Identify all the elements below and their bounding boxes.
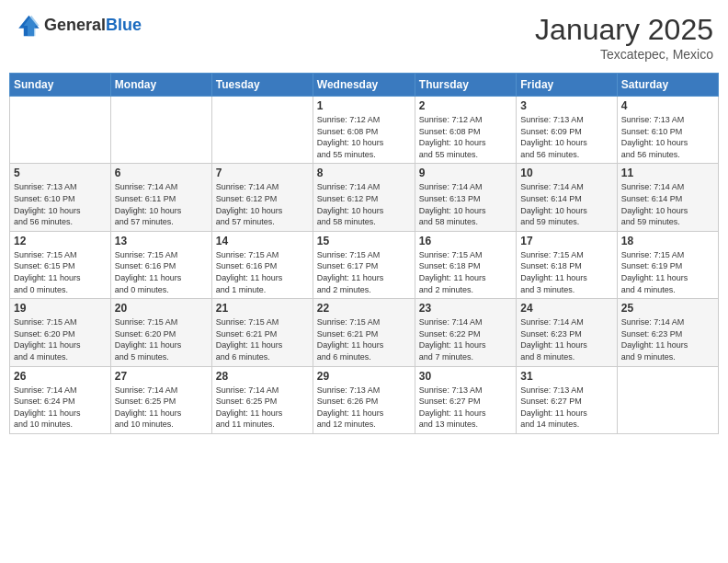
day-info: Sunrise: 7:15 AM Sunset: 6:17 PM Dayligh…	[317, 249, 411, 295]
calendar-cell	[110, 97, 211, 164]
calendar-cell: 15Sunrise: 7:15 AM Sunset: 6:17 PM Dayli…	[313, 231, 415, 298]
weekday-header-row: SundayMondayTuesdayWednesdayThursdayFrid…	[10, 74, 719, 97]
calendar-cell: 18Sunrise: 7:15 AM Sunset: 6:19 PM Dayli…	[617, 231, 718, 298]
day-info: Sunrise: 7:15 AM Sunset: 6:18 PM Dayligh…	[419, 249, 512, 295]
weekday-header: Thursday	[415, 74, 516, 97]
day-info: Sunrise: 7:13 AM Sunset: 6:26 PM Dayligh…	[317, 385, 411, 431]
day-info: Sunrise: 7:15 AM Sunset: 6:21 PM Dayligh…	[216, 316, 309, 362]
day-number: 13	[115, 235, 208, 247]
day-number: 23	[419, 302, 512, 315]
calendar-cell: 1Sunrise: 7:12 AM Sunset: 6:08 PM Daylig…	[313, 97, 415, 164]
day-number: 4	[621, 99, 714, 112]
location-title: Texcatepec, Mexico	[535, 47, 713, 62]
weekday-header: Saturday	[617, 74, 718, 97]
day-info: Sunrise: 7:15 AM Sunset: 6:18 PM Dayligh…	[520, 249, 612, 295]
weekday-header: Wednesday	[313, 74, 415, 97]
calendar-cell: 2Sunrise: 7:12 AM Sunset: 6:08 PM Daylig…	[415, 97, 516, 164]
header-area: GeneralBlue January 2025 Texcatepec, Mex…	[9, 9, 719, 65]
day-number: 1	[317, 99, 411, 112]
day-info: Sunrise: 7:14 AM Sunset: 6:22 PM Dayligh…	[419, 316, 512, 362]
calendar: SundayMondayTuesdayWednesdayThursdayFrid…	[9, 73, 719, 434]
calendar-cell	[617, 366, 718, 433]
calendar-cell: 11Sunrise: 7:14 AM Sunset: 6:14 PM Dayli…	[617, 164, 718, 231]
calendar-cell: 4Sunrise: 7:13 AM Sunset: 6:10 PM Daylig…	[617, 97, 718, 164]
day-number: 24	[520, 302, 612, 315]
calendar-cell: 27Sunrise: 7:14 AM Sunset: 6:25 PM Dayli…	[110, 366, 211, 433]
day-info: Sunrise: 7:15 AM Sunset: 6:20 PM Dayligh…	[14, 316, 107, 362]
calendar-cell: 17Sunrise: 7:15 AM Sunset: 6:18 PM Dayli…	[517, 231, 617, 298]
day-info: Sunrise: 7:14 AM Sunset: 6:25 PM Dayligh…	[115, 385, 208, 431]
day-info: Sunrise: 7:12 AM Sunset: 6:08 PM Dayligh…	[317, 114, 411, 160]
calendar-cell: 13Sunrise: 7:15 AM Sunset: 6:16 PM Dayli…	[110, 231, 211, 298]
day-number: 22	[317, 302, 411, 315]
calendar-cell	[211, 97, 313, 164]
day-number: 6	[115, 167, 208, 179]
day-info: Sunrise: 7:15 AM Sunset: 6:16 PM Dayligh…	[216, 249, 309, 295]
day-number: 21	[216, 302, 309, 315]
calendar-cell: 26Sunrise: 7:14 AM Sunset: 6:24 PM Dayli…	[10, 366, 111, 433]
day-number: 3	[520, 99, 612, 112]
calendar-cell: 12Sunrise: 7:15 AM Sunset: 6:15 PM Dayli…	[10, 231, 111, 298]
calendar-cell: 8Sunrise: 7:14 AM Sunset: 6:12 PM Daylig…	[313, 164, 415, 231]
calendar-cell	[10, 97, 111, 164]
day-number: 9	[419, 167, 512, 179]
weekday-header: Sunday	[10, 74, 111, 97]
day-number: 18	[621, 235, 714, 247]
day-info: Sunrise: 7:14 AM Sunset: 6:23 PM Dayligh…	[520, 316, 612, 362]
day-info: Sunrise: 7:13 AM Sunset: 6:27 PM Dayligh…	[419, 385, 512, 431]
day-number: 16	[419, 235, 512, 247]
day-info: Sunrise: 7:13 AM Sunset: 6:09 PM Dayligh…	[520, 114, 612, 160]
day-info: Sunrise: 7:15 AM Sunset: 6:21 PM Dayligh…	[317, 316, 411, 362]
calendar-cell: 20Sunrise: 7:15 AM Sunset: 6:20 PM Dayli…	[110, 299, 211, 366]
calendar-cell: 21Sunrise: 7:15 AM Sunset: 6:21 PM Dayli…	[211, 299, 313, 366]
calendar-cell: 14Sunrise: 7:15 AM Sunset: 6:16 PM Dayli…	[211, 231, 313, 298]
weekday-header: Friday	[517, 74, 617, 97]
day-info: Sunrise: 7:15 AM Sunset: 6:20 PM Dayligh…	[115, 316, 208, 362]
logo: GeneralBlue	[15, 13, 142, 39]
day-number: 10	[520, 167, 612, 179]
day-info: Sunrise: 7:14 AM Sunset: 6:12 PM Dayligh…	[216, 181, 309, 227]
calendar-week-row: 19Sunrise: 7:15 AM Sunset: 6:20 PM Dayli…	[10, 299, 719, 366]
calendar-cell: 24Sunrise: 7:14 AM Sunset: 6:23 PM Dayli…	[517, 299, 617, 366]
calendar-cell: 28Sunrise: 7:14 AM Sunset: 6:25 PM Dayli…	[211, 366, 313, 433]
day-info: Sunrise: 7:15 AM Sunset: 6:16 PM Dayligh…	[115, 249, 208, 295]
day-info: Sunrise: 7:14 AM Sunset: 6:23 PM Dayligh…	[621, 316, 714, 362]
day-info: Sunrise: 7:14 AM Sunset: 6:14 PM Dayligh…	[621, 181, 714, 227]
calendar-cell: 5Sunrise: 7:13 AM Sunset: 6:10 PM Daylig…	[10, 164, 111, 231]
day-number: 7	[216, 167, 309, 179]
calendar-cell: 3Sunrise: 7:13 AM Sunset: 6:09 PM Daylig…	[517, 97, 617, 164]
calendar-week-row: 26Sunrise: 7:14 AM Sunset: 6:24 PM Dayli…	[10, 366, 719, 433]
calendar-cell: 23Sunrise: 7:14 AM Sunset: 6:22 PM Dayli…	[415, 299, 516, 366]
day-number: 14	[216, 235, 309, 247]
day-info: Sunrise: 7:12 AM Sunset: 6:08 PM Dayligh…	[419, 114, 512, 160]
calendar-week-row: 12Sunrise: 7:15 AM Sunset: 6:15 PM Dayli…	[10, 231, 719, 298]
page: GeneralBlue January 2025 Texcatepec, Mex…	[0, 0, 728, 563]
logo-general: General	[44, 16, 106, 34]
weekday-header: Tuesday	[211, 74, 313, 97]
day-number: 27	[115, 370, 208, 383]
calendar-cell: 7Sunrise: 7:14 AM Sunset: 6:12 PM Daylig…	[211, 164, 313, 231]
day-number: 17	[520, 235, 612, 247]
day-number: 15	[317, 235, 411, 247]
day-number: 20	[115, 302, 208, 315]
calendar-cell: 25Sunrise: 7:14 AM Sunset: 6:23 PM Dayli…	[617, 299, 718, 366]
calendar-cell: 9Sunrise: 7:14 AM Sunset: 6:13 PM Daylig…	[415, 164, 516, 231]
day-info: Sunrise: 7:14 AM Sunset: 6:25 PM Dayligh…	[216, 385, 309, 431]
day-number: 31	[520, 370, 612, 383]
calendar-cell: 22Sunrise: 7:15 AM Sunset: 6:21 PM Dayli…	[313, 299, 415, 366]
calendar-cell: 29Sunrise: 7:13 AM Sunset: 6:26 PM Dayli…	[313, 366, 415, 433]
day-number: 28	[216, 370, 309, 383]
day-info: Sunrise: 7:13 AM Sunset: 6:10 PM Dayligh…	[621, 114, 714, 160]
day-info: Sunrise: 7:13 AM Sunset: 6:10 PM Dayligh…	[14, 181, 107, 227]
day-number: 12	[14, 235, 107, 247]
day-info: Sunrise: 7:15 AM Sunset: 6:19 PM Dayligh…	[621, 249, 714, 295]
day-info: Sunrise: 7:15 AM Sunset: 6:15 PM Dayligh…	[14, 249, 107, 295]
day-info: Sunrise: 7:14 AM Sunset: 6:11 PM Dayligh…	[115, 181, 208, 227]
day-number: 19	[14, 302, 107, 315]
title-area: January 2025 Texcatepec, Mexico	[535, 13, 713, 62]
calendar-cell: 30Sunrise: 7:13 AM Sunset: 6:27 PM Dayli…	[415, 366, 516, 433]
calendar-cell: 10Sunrise: 7:14 AM Sunset: 6:14 PM Dayli…	[517, 164, 617, 231]
weekday-header: Monday	[110, 74, 211, 97]
day-info: Sunrise: 7:14 AM Sunset: 6:24 PM Dayligh…	[14, 385, 107, 431]
day-info: Sunrise: 7:13 AM Sunset: 6:27 PM Dayligh…	[520, 385, 612, 431]
